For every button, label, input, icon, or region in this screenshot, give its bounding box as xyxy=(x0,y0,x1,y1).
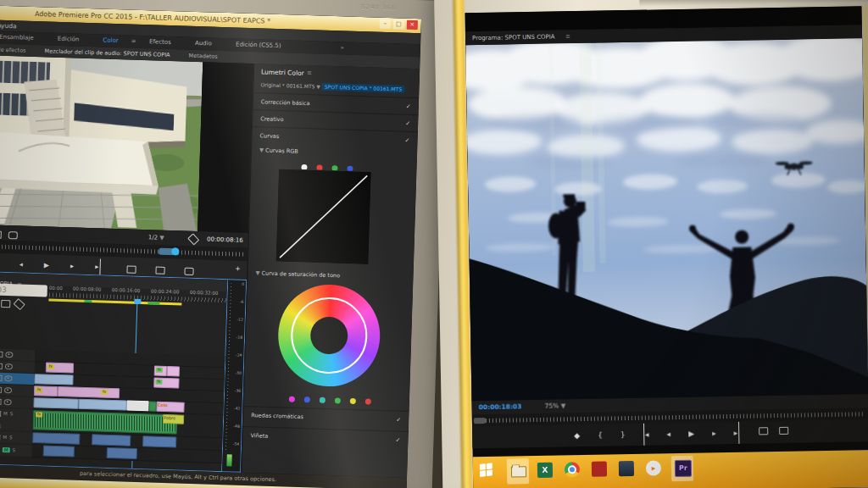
hue-saturation-wheel[interactable] xyxy=(276,283,381,388)
blue-dot[interactable] xyxy=(304,396,310,402)
overwrite-button[interactable] xyxy=(155,266,164,274)
go-to-in-button[interactable]: ◂ xyxy=(643,424,649,446)
track-header-a1[interactable]: A1 M S Audio 1 xyxy=(0,408,33,431)
check-icon[interactable]: ✓ xyxy=(396,416,401,423)
maximize-button[interactable]: □ xyxy=(393,19,404,29)
track-header-v3[interactable]: V3 xyxy=(0,372,35,385)
play-button[interactable]: ▶ xyxy=(688,423,694,445)
timeline-settings-icon[interactable] xyxy=(1,300,10,308)
dark-app-icon[interactable] xyxy=(619,461,634,476)
track-header-v2[interactable]: V2 xyxy=(0,384,34,396)
active-sequence-clip[interactable]: SPOT UNS COPIA * 00161.MTS xyxy=(322,83,404,93)
timeline-timecode-field[interactable]: 8 03 xyxy=(0,283,47,297)
video-clip[interactable]: fx xyxy=(58,386,120,398)
wrench-icon[interactable] xyxy=(187,233,199,245)
play-button[interactable]: ▶ xyxy=(44,257,50,274)
check-icon[interactable]: ✓ xyxy=(406,103,411,109)
timeline-panel[interactable]: SPOT UNS COPIA ≡ 8 03 00:00 00:00:08:00 … xyxy=(0,271,228,472)
toggle-track-output-icon[interactable] xyxy=(3,399,11,405)
workspace-tab-color[interactable]: Color xyxy=(92,34,130,47)
lumetri-panel-menu-icon[interactable]: ≡ xyxy=(307,69,312,76)
chrome-icon[interactable] xyxy=(565,462,580,477)
panel-menu-icon[interactable]: ≡ xyxy=(131,38,136,45)
check-icon[interactable]: ✓ xyxy=(405,136,410,143)
section-ruedas-cromaticas[interactable]: Ruedas cromáticas✓ xyxy=(243,406,409,428)
audio-clip[interactable] xyxy=(43,445,75,457)
audio-clip[interactable] xyxy=(142,435,176,447)
mark-out-button[interactable]: } xyxy=(620,424,626,446)
selected-video-clip[interactable] xyxy=(126,401,148,412)
sync-lock-icon[interactable] xyxy=(0,387,2,393)
magenta-dot[interactable] xyxy=(289,396,295,402)
sync-lock-icon[interactable] xyxy=(0,399,2,405)
menu-ayuda[interactable]: Ayuda xyxy=(0,21,17,30)
check-icon[interactable]: ✓ xyxy=(405,119,410,126)
video-clip[interactable]: fx xyxy=(154,366,167,376)
excel-icon[interactable]: X xyxy=(537,463,553,478)
chevron-down-icon[interactable]: ▼ xyxy=(316,83,320,89)
check-icon[interactable]: ✓ xyxy=(395,436,400,443)
sync-lock-icon[interactable] xyxy=(0,352,3,358)
drag-video-icon[interactable] xyxy=(8,231,18,239)
close-button[interactable]: × xyxy=(407,20,418,30)
toggle-track-output-icon[interactable] xyxy=(5,363,13,369)
video-clip[interactable]: fx xyxy=(153,378,179,389)
program-zoom-select[interactable]: 75% ▼ xyxy=(544,399,565,413)
workspace-tab-audio[interactable]: Audio xyxy=(184,36,223,50)
red-dot[interactable] xyxy=(365,398,371,404)
track-header-a3[interactable]: A3MS xyxy=(0,443,32,457)
audio-clip[interactable] xyxy=(92,434,131,446)
solo-button[interactable]: S xyxy=(12,447,15,452)
timeline-playhead-head[interactable] xyxy=(134,299,141,304)
video-clip[interactable] xyxy=(78,399,126,411)
export-frame-button[interactable] xyxy=(184,267,193,274)
lift-button[interactable] xyxy=(759,427,768,435)
sync-lock-icon[interactable] xyxy=(0,375,3,381)
mute-button[interactable]: M xyxy=(3,435,7,440)
go-to-out-button[interactable]: ▸ xyxy=(95,258,101,275)
mark-in-button[interactable]: { xyxy=(598,424,603,446)
track-header-v5[interactable]: V5 xyxy=(0,348,36,361)
clip-original-label[interactable]: Original * 00161.MTS xyxy=(260,81,314,89)
solo-button[interactable]: S xyxy=(10,411,14,416)
solo-button[interactable]: S xyxy=(9,435,13,440)
timeline-wrench-icon[interactable] xyxy=(14,298,25,310)
insert-button[interactable] xyxy=(126,265,136,273)
audio-clip[interactable] xyxy=(32,432,80,445)
video-clip[interactable] xyxy=(167,366,180,376)
more-workspaces-icon[interactable]: » xyxy=(340,42,344,54)
green-dot[interactable] xyxy=(335,397,341,403)
go-to-out-button[interactable]: ▸ xyxy=(734,422,740,444)
zoom-level-select[interactable]: 1/2 ▼ xyxy=(148,230,164,246)
windows-taskbar-right[interactable]: X ▸ Pr xyxy=(473,450,868,488)
toggle-track-output-icon[interactable] xyxy=(4,387,12,393)
section-vineta[interactable]: Viñeta✓ xyxy=(242,426,409,448)
workspace-tab-efectos[interactable]: Efectos xyxy=(138,36,182,50)
start-button[interactable] xyxy=(480,463,495,479)
minimize-button[interactable]: – xyxy=(380,19,391,29)
video-clip-colo[interactable]: Colo xyxy=(156,402,184,413)
step-forward-button[interactable]: ▸ xyxy=(712,422,716,444)
sync-lock-icon[interactable] xyxy=(0,363,3,369)
source-video-preview[interactable] xyxy=(0,55,203,231)
video-clip[interactable] xyxy=(33,397,78,409)
button-editor-plus[interactable]: + xyxy=(235,260,241,277)
track-header-v4[interactable]: V4 xyxy=(0,360,35,373)
track-header-v1[interactable]: V1 xyxy=(0,396,34,408)
red-app-icon[interactable] xyxy=(592,462,607,477)
step-forward-button[interactable]: ▸ xyxy=(70,258,75,274)
file-explorer-icon[interactable] xyxy=(511,466,526,477)
video-clip[interactable] xyxy=(148,401,156,411)
audio-clip[interactable] xyxy=(107,447,137,459)
settings-icon[interactable] xyxy=(0,231,2,239)
workspace-tab-edicion[interactable]: Edición xyxy=(47,32,91,47)
step-back-button[interactable]: ◂ xyxy=(666,423,670,445)
program-panel-menu-icon[interactable]: ≡ xyxy=(557,33,570,40)
yellow-dot[interactable] xyxy=(350,398,356,404)
toggle-track-output-icon[interactable] xyxy=(4,375,12,381)
extract-button[interactable] xyxy=(779,427,788,435)
hue-sat-curve-header[interactable]: ▼ Curva de saturación de tono xyxy=(255,269,340,279)
curvas-rgb-header[interactable]: ▼ Curvas RGB xyxy=(259,147,298,154)
cyan-dot[interactable] xyxy=(320,397,326,403)
step-back-button[interactable]: ◂ xyxy=(19,257,23,274)
